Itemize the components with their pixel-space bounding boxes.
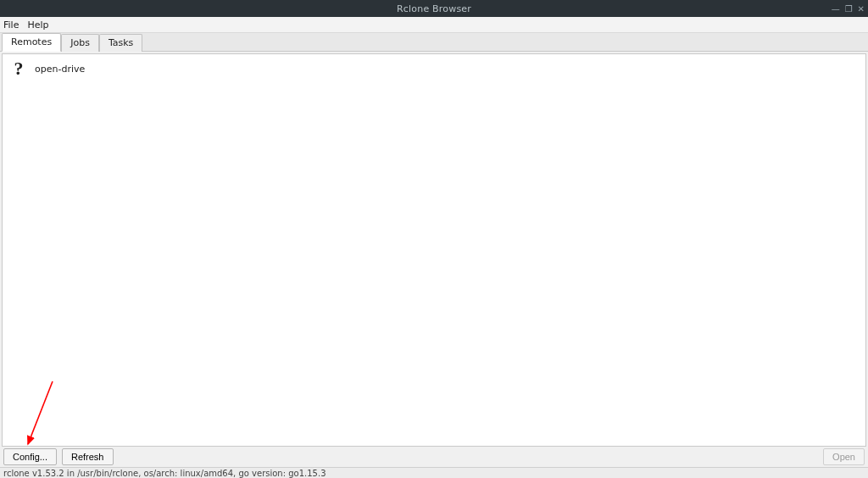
tabbar: Remotes Jobs Tasks (0, 33, 868, 52)
tab-tasks[interactable]: Tasks (99, 34, 142, 52)
refresh-button[interactable]: Refresh (62, 448, 114, 465)
menu-help[interactable]: Help (27, 19, 48, 31)
minimize-button[interactable]: — (832, 4, 840, 14)
open-button[interactable]: Open (823, 448, 865, 465)
menubar: File Help (0, 17, 868, 33)
menu-file[interactable]: File (3, 19, 19, 31)
tab-label: Jobs (70, 37, 90, 48)
tab-label: Remotes (11, 36, 52, 47)
window-controls: — ❐ ✕ (832, 4, 865, 14)
remote-item[interactable]: ? open-drive (3, 54, 865, 83)
window-title: Rclone Browser (0, 3, 868, 14)
status-text: rclone v1.53.2 in /usr/bin/rclone, os/ar… (3, 469, 326, 478)
tab-jobs[interactable]: Jobs (61, 34, 99, 52)
close-button[interactable]: ✕ (858, 4, 865, 14)
config-button[interactable]: Config... (3, 448, 57, 465)
titlebar: Rclone Browser — ❐ ✕ (0, 0, 868, 17)
tab-label: Tasks (108, 37, 133, 48)
remotes-list[interactable]: ? open-drive (2, 53, 866, 447)
remote-name: open-drive (35, 64, 85, 75)
tab-remotes[interactable]: Remotes (2, 33, 61, 52)
maximize-button[interactable]: ❐ (845, 4, 853, 14)
button-row: Config... Refresh Open (0, 447, 868, 467)
question-icon: ? (9, 59, 28, 78)
statusbar: rclone v1.53.2 in /usr/bin/rclone, os/ar… (0, 467, 868, 478)
